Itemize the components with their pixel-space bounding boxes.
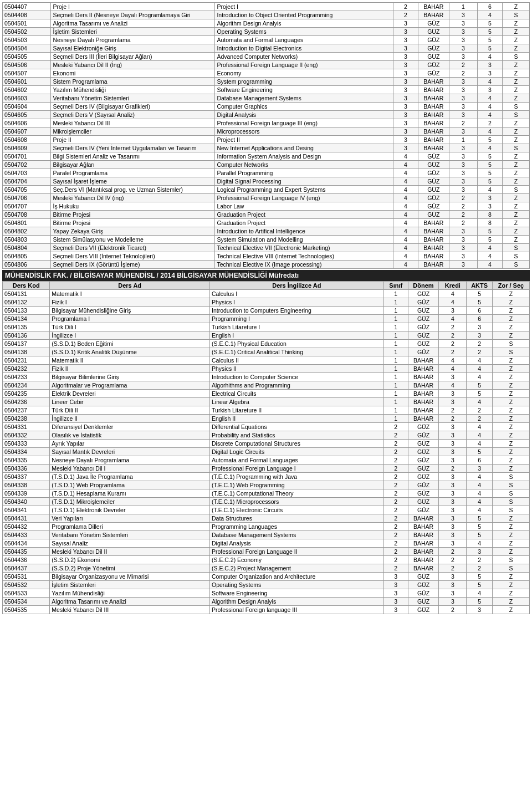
- table-cell: 4: [439, 381, 467, 390]
- table-row: 0504701Bilgi Sistemleri Analiz ve Tasarı…: [3, 152, 530, 161]
- table-cell: Physics II: [210, 365, 384, 373]
- table-cell: 3: [393, 86, 418, 94]
- table-cell: GÜZ: [408, 431, 439, 440]
- table-cell: 3: [439, 440, 467, 448]
- table-cell: 5: [467, 598, 492, 606]
- table-row: 0504606Mesleki Yabancı Dil IIIProfession…: [3, 119, 530, 127]
- table-cell: 4: [478, 94, 503, 103]
- table-cell: 1: [383, 323, 408, 331]
- table-cell: 2: [393, 3, 418, 11]
- table-cell: Digital Analysis: [215, 111, 393, 119]
- table-cell: Z: [492, 598, 529, 606]
- table-cell: 3: [393, 111, 418, 119]
- table-cell: (T.E.C.1) Web Programming: [210, 481, 384, 489]
- table-cell: S: [492, 564, 529, 573]
- table-cell: 0504532: [3, 581, 50, 589]
- table-cell: BAHAR: [408, 365, 439, 373]
- table-cell: 6: [467, 456, 492, 465]
- table-cell: 2: [439, 564, 467, 573]
- header-akts: AKTS: [467, 282, 492, 290]
- table-cell: 1: [383, 381, 408, 390]
- table-cell: 4: [439, 298, 467, 307]
- table-cell: Z: [492, 381, 529, 390]
- table-cell: Olasılık ve İstatistik: [50, 431, 210, 440]
- table-cell: 3: [393, 119, 418, 127]
- table-cell: GÜZ: [418, 36, 449, 44]
- table-cell: Seçmeli Ders IV (Bilgisayar Grafikleri): [51, 103, 215, 111]
- table-cell: Bilgisayar Mühendisliğine Giriş: [50, 307, 210, 315]
- table-row: 0504802Yapay Zekaya GirişIntroduction to…: [3, 227, 530, 236]
- table-cell: (S.S.D.1) Beden Eğitimi: [50, 340, 210, 348]
- table-cell: 5: [478, 136, 503, 144]
- table-cell: S: [492, 506, 529, 514]
- table-cell: 3: [478, 61, 503, 69]
- table-row: 0504236Lineer CebirLinear Algebra1BAHAR3…: [3, 398, 530, 406]
- table-cell: Z: [503, 152, 530, 161]
- table-cell: Seç.Ders VI (Mantıksal prog. ve Uzman Si…: [51, 186, 215, 194]
- table-cell: 3: [393, 127, 418, 136]
- table-cell: 5: [467, 390, 492, 398]
- table-cell: 4: [478, 186, 503, 194]
- table-cell: 5: [478, 177, 503, 186]
- table-cell: 0504806: [3, 261, 51, 269]
- table-cell: (S.S.D.2) Ekonomi: [50, 556, 210, 564]
- table-cell: BAHAR: [418, 136, 449, 144]
- table-cell: S: [503, 144, 530, 152]
- table-cell: Differential Equations: [210, 423, 384, 431]
- table-cell: Programlama I: [50, 315, 210, 323]
- table-row: 0504338(T.S.D.1) Web Programlama(T.E.C.1…: [3, 481, 530, 489]
- table-cell: 3: [393, 144, 418, 152]
- table-cell: 4: [393, 219, 418, 227]
- table-cell: İş Hukuku: [51, 202, 215, 211]
- table-cell: 2: [383, 548, 408, 556]
- table-cell: 0504501: [3, 19, 51, 28]
- table-cell: İşletim Sistemleri: [51, 28, 215, 36]
- table-cell: Z: [492, 573, 529, 581]
- table-cell: Z: [503, 3, 530, 11]
- table-cell: Z: [503, 44, 530, 53]
- table-cell: Programming Languages: [210, 523, 384, 531]
- table-cell: 0504235: [3, 390, 50, 398]
- table-cell: Proje I: [51, 3, 215, 11]
- table-cell: 2: [467, 556, 492, 564]
- table-row: 0504706Mesleki Yabancı Dil IV (ing)Profe…: [3, 194, 530, 202]
- table-cell: GÜZ: [418, 69, 449, 78]
- table-row: 0504337(T.S.D.1) Java İle Programlama(T.…: [3, 473, 530, 481]
- table-cell: GÜZ: [418, 202, 449, 211]
- table-cell: GÜZ: [408, 589, 439, 598]
- table-cell: 8: [478, 211, 503, 219]
- table-cell: Z: [503, 194, 530, 202]
- table-cell: 3: [439, 573, 467, 581]
- table-cell: Bilgisayar Bilimlerine Giriş: [50, 373, 210, 381]
- table-cell: Computer Networks: [215, 161, 393, 169]
- table-cell: Veritabanı Yönetim Sistemleri: [50, 531, 210, 539]
- table-cell: 0504602: [3, 86, 51, 94]
- table-cell: S: [503, 261, 530, 269]
- table-cell: Introduction to Computer Science: [210, 373, 384, 381]
- table-cell: New Internet Applications and Desing: [215, 144, 393, 152]
- table-row: 0504134Programlama IProgramming I1GÜZ46Z: [3, 315, 530, 323]
- table-cell: 2: [383, 481, 408, 489]
- table-cell: S: [503, 53, 530, 61]
- table-cell: 3: [439, 598, 467, 606]
- table-cell: 0504431: [3, 514, 50, 523]
- table-cell: Z: [503, 36, 530, 44]
- table-cell: 0504407: [3, 3, 51, 11]
- table-cell: Z: [503, 119, 530, 127]
- table-cell: GÜZ: [408, 489, 439, 498]
- table-cell: 3: [449, 177, 477, 186]
- table-cell: S: [503, 111, 530, 119]
- table-cell: 3: [449, 53, 477, 61]
- table-cell: 3: [449, 127, 477, 136]
- table-cell: GÜZ: [408, 456, 439, 465]
- table-row: 0504138(S.S.D.1) Kritik Analitik Düşünme…: [3, 348, 530, 356]
- table-cell: 0504507: [3, 69, 51, 78]
- table-cell: 4: [393, 152, 418, 161]
- table-cell: 2: [439, 323, 467, 331]
- table-cell: GÜZ: [418, 28, 449, 36]
- table-row: 0504232Fizik IIPhysics II1BAHAR44Z: [3, 365, 530, 373]
- table-row: 0504705Seç.Ders VI (Mantıksal prog. ve U…: [3, 186, 530, 194]
- table-cell: 0504337: [3, 473, 50, 481]
- table-row: 0504609Seçmeli Ders IV (Yeni İnternet Uy…: [3, 144, 530, 152]
- table-cell: 0504604: [3, 103, 51, 111]
